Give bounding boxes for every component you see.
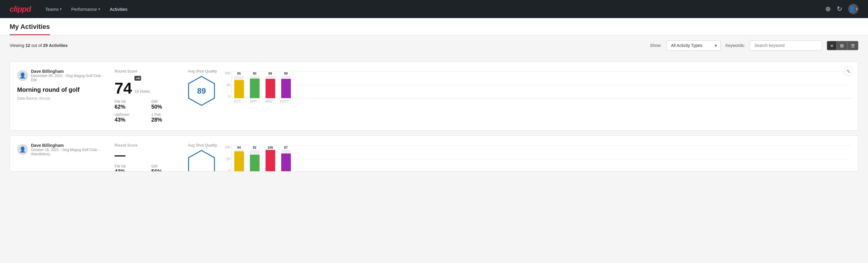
activity-card: ✎ 👤 Dave Billingham December 05, 2021 - … xyxy=(10,61,858,130)
user-row: 👤 Dave Billingham October 16, 2021 - Gog… xyxy=(17,143,107,156)
user-name: Dave Billingham xyxy=(31,69,107,74)
user-avatar: 👤 xyxy=(17,144,28,155)
mini-stats: FW Hit 62% GIR 50% Up/Down 43% 1 Putt 28… xyxy=(115,99,181,123)
updown-value: 43% xyxy=(115,117,144,123)
bar-value: 94 xyxy=(237,146,241,149)
viewing-count: 12 xyxy=(26,43,30,48)
bar-x-label: ARG xyxy=(264,99,274,103)
bar-col: 89 xyxy=(281,71,291,98)
bar-value: 89 xyxy=(268,71,272,75)
activity-card: 👤 Dave Billingham October 16, 2021 - Gog… xyxy=(10,136,858,172)
nav-teams[interactable]: Teams ▾ xyxy=(45,5,62,13)
round-score-label: Round Score xyxy=(115,69,181,74)
bar-value: 82 xyxy=(253,146,256,149)
quality-hex-wrapper: Avg Shot Quality xyxy=(188,143,217,172)
avatar-placeholder: 👤 xyxy=(19,72,26,79)
refresh-icon[interactable]: ↻ xyxy=(837,5,842,13)
card-left: 👤 Dave Billingham October 16, 2021 - Gog… xyxy=(17,143,107,156)
bar-chart: 100500 94 82 106 87 OTTAPPARGPUTT xyxy=(223,143,851,172)
stats-section: Round Score — FW Hit 43% GIR 56% xyxy=(115,143,181,172)
bar-col: 106 xyxy=(266,146,275,172)
gir-stat: GIR 56% xyxy=(151,164,181,172)
activity-title: Morning round of golf xyxy=(17,86,107,93)
nav-right: ⊕ ↻ 👤 ▾ xyxy=(825,4,858,14)
activity-type-select[interactable]: All Activity Types xyxy=(666,40,721,51)
avatar-icon: 👤 xyxy=(849,6,856,12)
round-score-row: 74 +4 18 Holes xyxy=(115,76,181,96)
search-input[interactable] xyxy=(750,40,822,51)
bar-value: 87 xyxy=(284,146,287,149)
teams-chevron: ▾ xyxy=(60,7,62,11)
updown-stat: Up/Down 43% xyxy=(115,113,144,123)
view-toggles: ≡ ⊞ ☰ xyxy=(827,41,858,50)
score-big: 74 xyxy=(115,80,132,96)
main-nav: clippd Teams ▾ Performance ▾ Activities … xyxy=(0,0,868,18)
fw-hit-label: FW Hit xyxy=(115,164,144,169)
grid-view-button[interactable]: ⊞ xyxy=(837,41,847,50)
quality-section: Avg Shot Quality 89 100500 85 90 8 xyxy=(188,69,851,106)
bar-col: 82 xyxy=(250,146,259,172)
bar-value: 89 xyxy=(284,71,287,75)
bar-value: 85 xyxy=(237,71,241,75)
round-score-label: Round Score xyxy=(115,143,181,147)
user-date: December 05, 2021 - Gog Magog Golf Club … xyxy=(31,74,107,82)
score-big: — xyxy=(115,150,125,161)
data-source: Data Source: Arccos xyxy=(17,96,107,100)
bar-col: 90 xyxy=(250,71,259,98)
avatar-placeholder: 👤 xyxy=(19,146,26,153)
bar-col: 87 xyxy=(281,146,291,172)
gir-value: 56% xyxy=(151,169,181,172)
bar-x-label: OTT xyxy=(233,99,242,103)
user-info: Dave Billingham December 05, 2021 - Gog … xyxy=(31,69,107,82)
fw-hit-stat: FW Hit 43% xyxy=(115,164,144,172)
viewing-text: Viewing 12 out of 29 Activities xyxy=(10,43,645,48)
gir-stat: GIR 50% xyxy=(151,99,181,110)
oneputt-stat: 1 Putt 28% xyxy=(151,113,181,123)
quality-section: Avg Shot Quality 100500 94 82 106 xyxy=(188,143,851,172)
stats-section: Round Score 74 +4 18 Holes FW Hit 62% GI… xyxy=(115,69,181,123)
activity-type-wrapper[interactable]: All Activity Types xyxy=(666,40,721,51)
fw-hit-value: 43% xyxy=(115,169,144,172)
user-date: October 16, 2021 - Gog Magog Golf Club -… xyxy=(31,148,107,156)
page-header: My Activities xyxy=(0,18,868,35)
quality-label: Avg Shot Quality xyxy=(188,143,217,147)
add-icon[interactable]: ⊕ xyxy=(825,5,831,13)
hex-container xyxy=(188,150,215,172)
oneputt-label: 1 Putt xyxy=(151,113,181,117)
bar-col: 85 xyxy=(234,71,244,98)
filter-row: Viewing 12 out of 29 Activities Show: Al… xyxy=(0,35,868,55)
updown-label: Up/Down xyxy=(115,113,144,117)
score-badge: +4 xyxy=(134,76,142,81)
bar-value: 106 xyxy=(268,146,273,149)
bar-x-label: APP xyxy=(248,99,258,103)
mini-stats: FW Hit 43% GIR 56% xyxy=(115,164,181,172)
list-view-button[interactable]: ≡ xyxy=(827,41,837,50)
viewing-total: 29 xyxy=(43,43,48,48)
fw-hit-value: 62% xyxy=(115,104,144,110)
page-title: My Activities xyxy=(10,23,50,35)
user-name: Dave Billingham xyxy=(31,143,107,148)
quality-hex-wrapper: Avg Shot Quality 89 xyxy=(188,69,217,106)
performance-chevron: ▾ xyxy=(98,7,100,11)
bar-col: 89 xyxy=(266,71,275,98)
quality-label: Avg Shot Quality xyxy=(188,69,217,74)
hex-svg xyxy=(188,150,215,172)
nav-activities[interactable]: Activities xyxy=(110,5,127,13)
gir-value: 50% xyxy=(151,104,181,110)
user-avatar: 👤 xyxy=(17,70,28,81)
gir-label: GIR xyxy=(151,99,181,104)
user-info: Dave Billingham October 16, 2021 - Gog M… xyxy=(31,143,107,156)
user-avatar-button[interactable]: 👤 ▾ xyxy=(848,4,858,14)
logo[interactable]: clippd xyxy=(10,4,31,14)
nav-performance[interactable]: Performance ▾ xyxy=(71,5,100,13)
hex-score: 89 xyxy=(197,86,206,96)
svg-marker-1 xyxy=(189,150,214,172)
round-score-row: — xyxy=(115,150,181,161)
user-row: 👤 Dave Billingham December 05, 2021 - Go… xyxy=(17,69,107,82)
bar-x-label: PUTT xyxy=(280,99,289,103)
compact-view-button[interactable]: ☰ xyxy=(847,41,858,50)
hex-container: 89 xyxy=(188,76,215,106)
gir-label: GIR xyxy=(151,164,181,169)
bar-chart: 100500 85 90 89 89 OTTAPPARGPUTT xyxy=(223,69,851,103)
card-left: 👤 Dave Billingham December 05, 2021 - Go… xyxy=(17,69,107,100)
